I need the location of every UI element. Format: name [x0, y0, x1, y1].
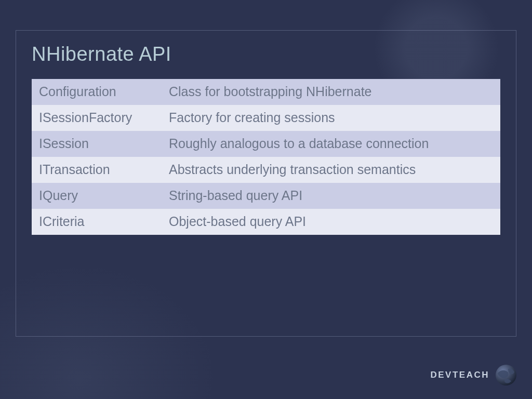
table-row: Configuration Class for bootstrapping NH…	[32, 79, 500, 105]
api-table: Configuration Class for bootstrapping NH…	[32, 79, 500, 235]
table-row: IQuery String-based query API	[32, 183, 500, 209]
api-desc: Object-based query API	[162, 209, 500, 235]
api-desc: Factory for creating sessions	[162, 105, 500, 131]
api-name: IQuery	[32, 183, 162, 209]
slide-title: NHibernate API	[32, 43, 500, 65]
api-desc: Abstracts underlying transaction semanti…	[162, 157, 500, 183]
table-row: ISessionFactory Factory for creating ses…	[32, 105, 500, 131]
api-name: ISession	[32, 131, 162, 157]
api-desc: String-based query API	[162, 183, 500, 209]
api-name: Configuration	[32, 79, 162, 105]
api-desc: Roughly analogous to a database connecti…	[162, 131, 500, 157]
api-name: ISessionFactory	[32, 105, 162, 131]
slide-panel: NHibernate API Configuration Class for b…	[16, 30, 516, 337]
globe-icon	[495, 364, 517, 387]
api-name: ITransaction	[32, 157, 162, 183]
table-row: ICriteria Object-based query API	[32, 209, 500, 235]
api-desc: Class for bootstrapping NHibernate	[162, 79, 500, 105]
api-name: ICriteria	[32, 209, 162, 235]
brand-text: DEVTEACH	[430, 370, 489, 380]
footer: DEVTEACH	[430, 364, 517, 387]
table-row: ISession Roughly analogous to a database…	[32, 131, 500, 157]
table-row: ITransaction Abstracts underlying transa…	[32, 157, 500, 183]
